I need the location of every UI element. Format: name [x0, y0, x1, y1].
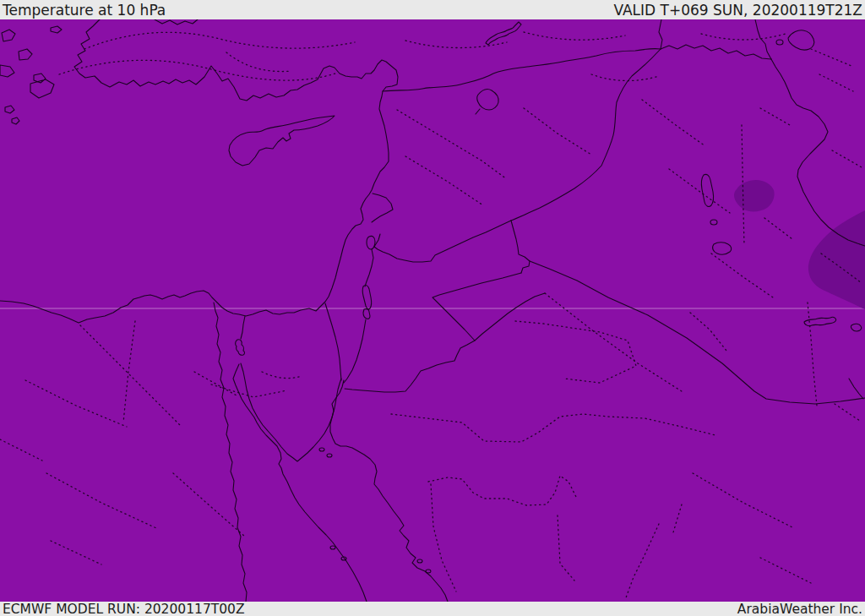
page-title: Temperature at 10 hPa [3, 2, 166, 19]
model-run-label: ECMWF MODEL RUN: 20200117T00Z [3, 602, 245, 616]
header-bar: Temperature at 10 hPa VALID T+069 SUN, 2… [0, 0, 865, 19]
credit-label: ArabiaWeather Inc. [737, 602, 862, 616]
footer-bar: ECMWF MODEL RUN: 20200117T00Z ArabiaWeat… [0, 602, 865, 616]
valid-time-label: VALID T+069 SUN, 20200119T21Z [613, 2, 862, 19]
weather-map-screen: Temperature at 10 hPa VALID T+069 SUN, 2… [0, 0, 865, 616]
weather-map [0, 0, 865, 616]
